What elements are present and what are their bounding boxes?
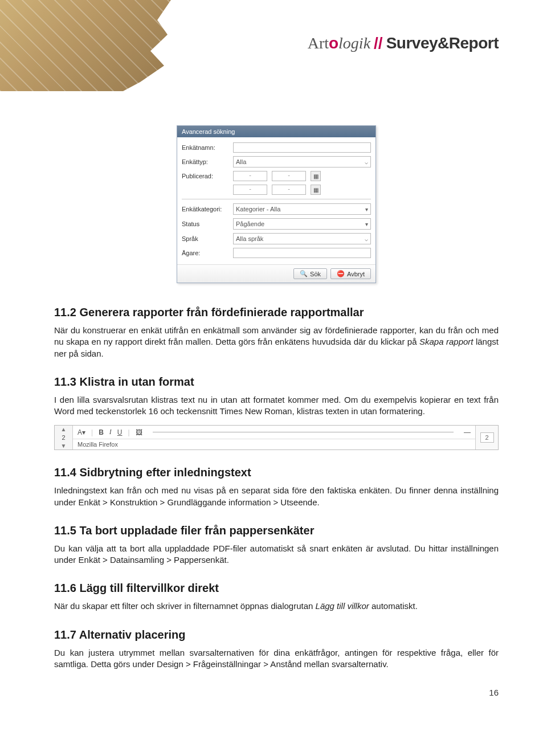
date-to-input[interactable]: - <box>272 171 306 181</box>
advanced-search-panel: Avancerad sökning Enkätnamn: Enkättyp: A… <box>177 125 376 283</box>
select-status-value: Pågående <box>236 220 264 227</box>
select-survey-type[interactable]: Alla ⌵ <box>233 156 371 167</box>
heading-11-2: 11.2 Generera rapporter från fördefinier… <box>54 306 499 319</box>
label-published: Publicerad: <box>182 173 228 179</box>
label-survey-name: Enkätnamn: <box>182 144 228 151</box>
chevron-down-icon: ⌵ <box>365 236 368 242</box>
label-owner: Ägare: <box>182 250 228 256</box>
select-status[interactable]: Pågående ▾ <box>233 218 371 230</box>
editor-toolbar-screenshot: ▲ 2 ▼ A▾ | B I U | 🖼 — Mozilla Firefox 2 <box>54 425 499 450</box>
date-from-input-2[interactable]: - <box>233 185 267 195</box>
paragraph-11-6: När du skapar ett filter och skriver in … <box>54 600 499 612</box>
date-to-input-2[interactable]: - <box>272 185 306 195</box>
chevron-down-icon: ▾ <box>365 221 368 227</box>
calendar-icon[interactable]: ▦ <box>311 171 321 181</box>
heading-11-4: 11.4 Sidbrytning efter inledningstext <box>54 466 499 479</box>
select-language[interactable]: Alla språk ⌵ <box>233 233 371 244</box>
brand-part-art: Art <box>308 34 329 52</box>
date-from-input[interactable]: - <box>233 171 267 181</box>
select-language-value: Alla språk <box>236 235 263 242</box>
select-category[interactable]: Kategorier - Alla ▾ <box>233 203 371 215</box>
chevron-down-icon: ⌵ <box>365 159 368 165</box>
label-language: Språk <box>182 235 228 242</box>
font-color-button[interactable]: A▾ <box>77 428 85 436</box>
bold-button[interactable]: B <box>99 428 104 436</box>
cancel-icon: ⛔ <box>337 270 345 277</box>
label-category: Enkätkategori: <box>182 206 228 213</box>
paragraph-11-3: I den lilla svarsvalsrutan klistras text… <box>54 394 499 418</box>
paragraph-11-4: Inledningstext kan från och med nu visas… <box>54 485 499 508</box>
brand-part-o: o <box>329 34 338 52</box>
arrow-up-icon[interactable]: ▲ <box>55 426 72 433</box>
heading-11-7: 11.7 Alternativ placering <box>54 628 499 641</box>
search-button-label: Sök <box>310 271 321 277</box>
header-decorative-graphic <box>0 0 171 91</box>
chevron-down-icon: ▾ <box>365 206 368 213</box>
brand-slashes: // <box>374 34 383 52</box>
editor-content-text[interactable]: Mozilla Firefox <box>73 439 475 449</box>
cancel-button[interactable]: ⛔ Avbryt <box>330 268 371 279</box>
brand-logo: Artologik // Survey&Report <box>308 34 499 52</box>
select-category-value: Kategorier - Alla <box>236 206 280 213</box>
cancel-button-label: Avbryt <box>347 271 365 277</box>
search-button[interactable]: 🔍 Sök <box>293 268 327 279</box>
heading-11-3: 11.3 Klistra in utan format <box>54 375 499 389</box>
heading-11-5: 11.5 Ta bort uppladade filer från papper… <box>54 524 499 537</box>
italic-button[interactable]: I <box>109 428 112 436</box>
arrow-down-icon[interactable]: ▼ <box>55 442 72 449</box>
input-owner[interactable] <box>233 248 371 258</box>
underline-button[interactable]: U <box>117 428 123 436</box>
toolbar-spacer <box>153 432 454 432</box>
right-index-box[interactable]: 2 <box>480 432 494 443</box>
calendar-icon[interactable]: ▦ <box>311 185 321 195</box>
question-index: 2 <box>55 433 72 442</box>
separator <box>182 199 371 199</box>
search-icon: 🔍 <box>300 270 308 277</box>
page-number: 16 <box>489 688 499 697</box>
input-survey-name[interactable] <box>233 142 371 153</box>
paragraph-11-2: När du konstruerar en enkät utifrån en e… <box>54 325 499 359</box>
image-button[interactable]: 🖼 <box>136 428 142 436</box>
brand-part-logik: logik <box>338 34 370 52</box>
brand-product: Survey&Report <box>386 34 499 52</box>
minimize-icon[interactable]: — <box>464 428 471 436</box>
select-survey-type-value: Alla <box>236 158 246 165</box>
page-header: Artologik // Survey&Report <box>54 23 499 91</box>
advanced-search-title: Avancerad sökning <box>177 126 375 137</box>
label-survey-type: Enkättyp: <box>182 158 228 165</box>
paragraph-11-5: Du kan välja att ta bort alla uppladdade… <box>54 543 499 566</box>
heading-11-6: 11.6 Lägg till filtervillkor direkt <box>54 582 499 595</box>
label-status: Status <box>182 220 228 227</box>
paragraph-11-7: Du kan justera utrymmet mellan svarsalte… <box>54 647 499 671</box>
